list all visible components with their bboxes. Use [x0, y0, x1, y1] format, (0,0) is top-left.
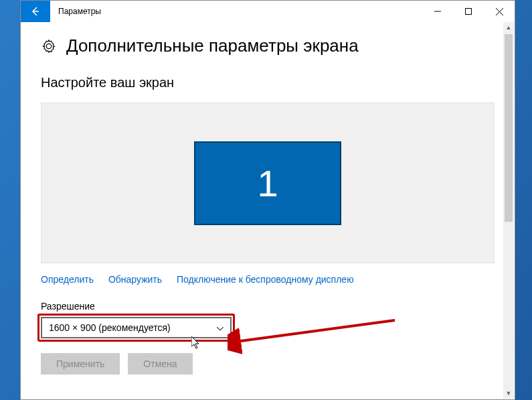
settings-window: Параметры Дополнительные параметры экран… — [20, 0, 515, 400]
page-title: Дополнительные параметры экрана — [66, 36, 359, 56]
detect-link[interactable]: Определить — [41, 274, 94, 285]
content-area: Дополнительные параметры экрана Настройт… — [21, 22, 515, 399]
apply-button[interactable]: Применить — [41, 353, 120, 375]
maximize-icon — [465, 8, 472, 15]
scrollbar-down-arrow[interactable]: ▼ — [503, 388, 514, 399]
vertical-scrollbar[interactable]: ▲ ▼ — [503, 22, 514, 399]
cancel-button[interactable]: Отмена — [128, 353, 192, 375]
display-preview[interactable]: 1 — [41, 103, 495, 263]
maximize-button[interactable] — [453, 1, 484, 22]
scrollbar-thumb[interactable] — [505, 34, 513, 222]
titlebar: Параметры — [21, 1, 515, 22]
minimize-button[interactable] — [422, 1, 453, 22]
page-header: Дополнительные параметры экрана — [41, 36, 495, 56]
minimize-icon — [434, 8, 441, 15]
monitor-tile[interactable]: 1 — [194, 141, 341, 225]
back-arrow-icon — [30, 6, 41, 17]
window-title: Параметры — [58, 7, 101, 16]
back-button[interactable] — [21, 1, 50, 22]
buttons-row: Применить Отмена — [41, 353, 495, 375]
wireless-display-link[interactable]: Подключение к беспроводному дисплею — [177, 274, 354, 285]
close-button[interactable] — [484, 1, 515, 22]
section-title: Настройте ваш экран — [41, 75, 495, 90]
monitor-number: 1 — [257, 161, 278, 205]
close-icon — [496, 8, 503, 15]
gear-icon — [41, 38, 57, 54]
resolution-dropdown[interactable]: 1600 × 900 (рекомендуется) — [41, 317, 232, 338]
scrollbar-up-arrow[interactable]: ▲ — [503, 22, 514, 33]
chevron-down-icon — [217, 322, 224, 333]
resolution-value: 1600 × 900 (рекомендуется) — [49, 322, 171, 333]
resolution-label: Разрешение — [41, 301, 495, 312]
window-controls — [422, 1, 515, 22]
links-row: Определить Обнаружить Подключение к бесп… — [41, 274, 495, 285]
resolution-dropdown-wrap: 1600 × 900 (рекомендуется) — [41, 317, 232, 338]
discover-link[interactable]: Обнаружить — [108, 274, 162, 285]
svg-rect-2 — [466, 9, 472, 15]
